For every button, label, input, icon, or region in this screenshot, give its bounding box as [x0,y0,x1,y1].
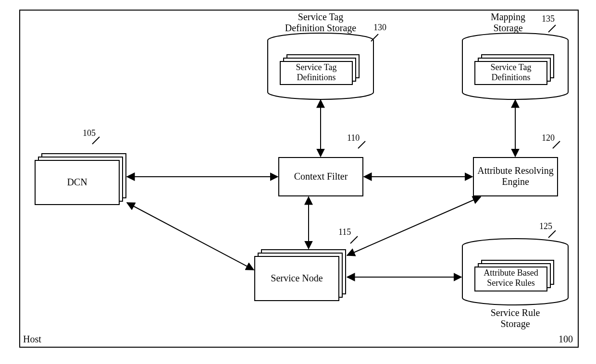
label-dcn: DCN [35,177,119,188]
label-tagdef-storage: Service Tag Definition Storage [268,12,373,34]
arrow-are-svcnode [347,197,481,255]
card-mapstore: Service Tag Definitions [475,62,547,82]
card-tagdef: Service Tag Definitions [280,62,352,82]
svg-line-26 [350,236,358,243]
ref-are: 120 [542,133,555,143]
label-svcnode: Service Node [255,273,339,284]
ref-host: 100 [559,334,573,345]
host-frame: Service Tag Definition Storage 130 Mappi… [19,10,579,348]
ref-dcn: 105 [83,129,96,138]
node-dcn [35,137,126,205]
node-service-node [255,236,358,301]
card-svcrules: Attribute Based Service Rules [475,268,547,288]
label-host: Host [23,334,41,345]
label-cfilter: Context Filter [279,171,363,182]
svg-line-14 [548,231,556,238]
svg-line-4 [371,34,378,41]
label-svcrules-storage: Service Rule Storage [467,307,563,329]
ref-mapstore: 135 [542,14,555,24]
arrow-dcn-svcnode [127,203,254,270]
ref-tagdef: 130 [373,23,386,33]
label-mapping-storage: Mapping Storage [482,12,534,34]
ref-svcrules: 125 [539,222,552,231]
ref-cfilter: 110 [347,133,360,143]
node-context-filter [279,141,365,196]
label-are: Attribute Resolving Engine [473,165,558,187]
ref-svcnode: 115 [338,228,351,237]
svg-line-9 [548,25,556,32]
